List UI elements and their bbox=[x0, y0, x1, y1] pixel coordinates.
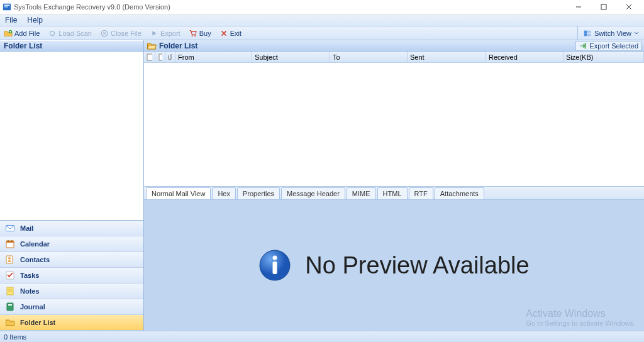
tab-mime[interactable]: MIME bbox=[347, 187, 376, 199]
toolbar: Add File Load Scan Close File Export Buy… bbox=[0, 26, 644, 40]
folder-plus-icon bbox=[4, 29, 13, 38]
nav-journal[interactable]: Journal bbox=[0, 299, 143, 315]
folderlist-title: Folder List bbox=[159, 41, 197, 50]
journal-icon bbox=[5, 302, 15, 312]
window-titlebar: SysTools Exchange Recovery v9.0 (Demo Ve… bbox=[0, 0, 644, 14]
tab-properties[interactable]: Properties bbox=[237, 187, 280, 199]
col-flag-icon[interactable] bbox=[155, 52, 165, 62]
nav-tasks[interactable]: Tasks bbox=[0, 268, 143, 284]
play-icon bbox=[150, 29, 158, 38]
export-button[interactable]: Export bbox=[146, 26, 185, 40]
table-body[interactable] bbox=[144, 63, 644, 186]
switch-view-button[interactable]: Switch View bbox=[577, 26, 644, 40]
close-circle-icon bbox=[100, 29, 109, 38]
nav-notes[interactable]: Notes bbox=[0, 284, 143, 299]
load-scan-button[interactable]: Load Scan bbox=[44, 26, 96, 40]
svg-rect-13 bbox=[587, 33, 591, 36]
tasks-icon bbox=[5, 270, 15, 280]
preview-pane: No Preview Available Activate Windows Go… bbox=[144, 200, 644, 331]
contacts-icon bbox=[5, 255, 15, 265]
col-subject[interactable]: Subject bbox=[252, 52, 330, 62]
cart-icon bbox=[189, 29, 197, 38]
refresh-icon bbox=[48, 29, 57, 38]
close-button[interactable] bbox=[616, 0, 641, 14]
svg-rect-12 bbox=[587, 30, 591, 33]
svg-rect-16 bbox=[6, 241, 14, 243]
svg-rect-4 bbox=[601, 4, 606, 9]
svg-rect-14 bbox=[6, 226, 14, 231]
svg-rect-26 bbox=[8, 304, 12, 306]
folder-icon bbox=[5, 317, 15, 328]
col-checkbox[interactable] bbox=[144, 52, 155, 62]
nav-folder-list[interactable]: Folder List bbox=[0, 315, 143, 331]
info-icon bbox=[258, 249, 291, 282]
calendar-icon bbox=[5, 239, 15, 249]
tab-html[interactable]: HTML bbox=[377, 187, 408, 199]
svg-rect-25 bbox=[7, 303, 13, 311]
export-selected-button[interactable]: Export Selected bbox=[575, 41, 641, 51]
nav-calendar[interactable]: Calendar bbox=[0, 236, 143, 252]
svg-point-20 bbox=[8, 257, 11, 260]
svg-rect-11 bbox=[584, 30, 587, 36]
svg-rect-29 bbox=[159, 54, 162, 60]
col-size[interactable]: Size(KB) bbox=[564, 52, 644, 62]
mail-icon bbox=[5, 223, 15, 233]
tab-normal-mail-view[interactable]: Normal Mail View bbox=[146, 187, 211, 199]
svg-point-9 bbox=[191, 35, 192, 36]
col-attachment-icon[interactable] bbox=[165, 52, 175, 62]
menu-file[interactable]: File bbox=[0, 16, 22, 25]
layout-icon bbox=[583, 29, 592, 38]
tab-hex[interactable]: Hex bbox=[212, 187, 236, 199]
tab-attachments[interactable]: Attachments bbox=[435, 187, 484, 199]
exit-button[interactable]: Exit bbox=[216, 26, 246, 40]
no-preview-label: No Preview Available bbox=[305, 252, 529, 279]
svg-rect-28 bbox=[147, 54, 152, 60]
col-from[interactable]: From bbox=[175, 52, 252, 62]
x-icon bbox=[219, 29, 228, 38]
folder-open-icon bbox=[147, 41, 157, 51]
svg-point-31 bbox=[273, 256, 277, 260]
content-area: Folder List Mail Calendar Contacts Tasks… bbox=[0, 40, 644, 331]
status-item-count: 0 Items bbox=[4, 333, 26, 341]
svg-point-10 bbox=[194, 35, 196, 36]
maximize-button[interactable] bbox=[591, 0, 616, 14]
menu-help[interactable]: Help bbox=[22, 16, 48, 25]
svg-rect-1 bbox=[4, 5, 10, 6]
folder-list-header: Folder List bbox=[0, 40, 143, 52]
tab-message-header[interactable]: Message Header bbox=[281, 187, 345, 199]
close-file-button[interactable]: Close File bbox=[96, 26, 146, 40]
folder-tree[interactable] bbox=[0, 52, 143, 220]
export-icon bbox=[579, 41, 587, 50]
add-file-button[interactable]: Add File bbox=[0, 26, 44, 40]
folderlist-panel-header: Folder List Export Selected bbox=[144, 40, 644, 52]
status-bar: 0 Items bbox=[0, 331, 644, 342]
right-panel: Folder List Export Selected From Subject… bbox=[144, 40, 644, 331]
window-title: SysTools Exchange Recovery v9.0 (Demo Ve… bbox=[14, 3, 170, 11]
tab-rtf[interactable]: RTF bbox=[409, 187, 433, 199]
left-panel: Folder List Mail Calendar Contacts Tasks… bbox=[0, 40, 144, 331]
chevron-down-icon bbox=[634, 31, 639, 35]
nav-buttons: Mail Calendar Contacts Tasks Notes Journ… bbox=[0, 220, 143, 331]
col-sent[interactable]: Sent bbox=[408, 52, 486, 62]
svg-rect-27 bbox=[585, 43, 586, 48]
nav-contacts[interactable]: Contacts bbox=[0, 252, 143, 268]
svg-rect-32 bbox=[273, 262, 277, 274]
col-received[interactable]: Received bbox=[486, 52, 564, 62]
notes-icon bbox=[5, 286, 15, 296]
col-to[interactable]: To bbox=[330, 52, 408, 62]
minimize-button[interactable] bbox=[566, 0, 591, 14]
table-header: From Subject To Sent Received Size(KB) bbox=[144, 52, 644, 63]
app-icon bbox=[3, 3, 11, 11]
preview-tabbar: Normal Mail View Hex Properties Message … bbox=[144, 186, 644, 200]
nav-mail[interactable]: Mail bbox=[0, 221, 143, 236]
buy-button[interactable]: Buy bbox=[185, 26, 216, 40]
menubar: File Help bbox=[0, 14, 644, 26]
svg-rect-2 bbox=[4, 6, 8, 8]
windows-watermark: Activate Windows Go to Settings to activ… bbox=[526, 308, 635, 327]
